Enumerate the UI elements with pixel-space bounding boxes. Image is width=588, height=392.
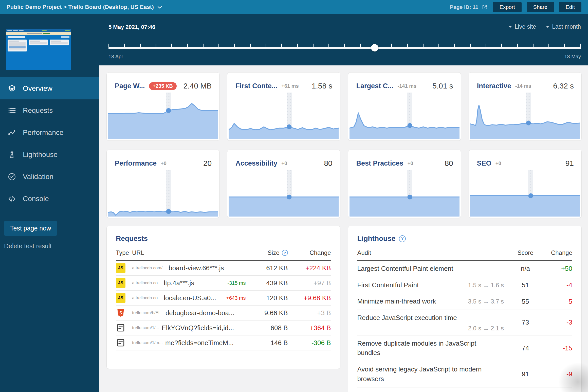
- lighthouse-audit-row[interactable]: Largest Contentful Paint element n/a +50: [357, 261, 573, 277]
- breadcrumb-text: Public Demo Project > Trello Board (Desk…: [7, 4, 154, 10]
- sidebar-item-overview[interactable]: Overview: [0, 77, 99, 99]
- thumbnail-list: [8, 40, 27, 51]
- card-title: SEO: [477, 159, 491, 167]
- card-title: Largest C...: [356, 82, 394, 90]
- sidebar-item-validation[interactable]: Validation: [0, 166, 99, 188]
- lighthouse-audit-row[interactable]: Remove duplicate modules in JavaScript b…: [357, 335, 573, 361]
- page-id-label: Page ID: 11: [450, 4, 478, 10]
- test-page-now-button[interactable]: Test page now: [4, 221, 57, 236]
- card-title: Performance: [115, 159, 157, 167]
- timing-change: -315 ms: [227, 280, 250, 286]
- sidebar-nav: Overview Requests Performance Lighthouse…: [0, 77, 99, 210]
- request-row[interactable]: 5 trello.com/b/El... debugbear-demo-boa.…: [116, 306, 331, 320]
- change-column-header: Change: [542, 249, 572, 256]
- sidebar-item-label: Console: [23, 195, 49, 203]
- timeline-track[interactable]: [108, 44, 581, 52]
- card-value: 2.40 MB: [183, 82, 212, 90]
- lighthouse-audit-row[interactable]: First Contentful Paint 1.5 s → 1.6 s 51 …: [357, 277, 573, 294]
- chevron-down-icon: [546, 26, 549, 28]
- card-delta: -14 ms: [515, 83, 531, 89]
- change-column-header: Change: [288, 249, 331, 256]
- metric-change-detail: 1.5 s → 1.6 s: [468, 282, 504, 289]
- card-value: 5.01 s: [432, 82, 453, 90]
- sparkline-chart: [108, 97, 218, 139]
- timeline-handle[interactable]: [371, 44, 378, 51]
- score-column-header: Score: [509, 249, 542, 256]
- card-value: 1.58 s: [312, 82, 333, 90]
- live-site-label: Live site: [515, 23, 536, 30]
- timeline-ticks: [108, 44, 581, 47]
- requests-title: Requests: [116, 235, 148, 243]
- card-delta: -141 ms: [398, 83, 417, 89]
- code-icon: [8, 194, 16, 203]
- share-button[interactable]: Share: [527, 2, 554, 12]
- lighthouse-audit-row[interactable]: Minimize main-thread work 3.5 s → 3.7 s …: [357, 293, 573, 310]
- breadcrumb[interactable]: Public Demo Project > Trello Board (Desk…: [7, 4, 162, 10]
- request-row[interactable]: trello.com/1/m... me?fields=oneTimeM... …: [116, 335, 331, 350]
- selected-run-dot: [528, 193, 533, 198]
- requests-table-header: Type URL Size ? Change: [116, 249, 331, 261]
- help-icon[interactable]: ?: [282, 250, 288, 256]
- selected-run-dot: [526, 121, 531, 126]
- card-value: 6.32 s: [553, 82, 574, 90]
- selected-run-dot: [287, 194, 292, 199]
- sidebar-item-label: Validation: [23, 173, 53, 181]
- sidebar-item-label: Performance: [23, 129, 63, 137]
- main-content: Page W... +235 KB 2.40 MB First Conte...…: [99, 65, 588, 392]
- requests-panel: Requests Type URL Size ? Change JS a.tre…: [106, 226, 340, 369]
- sidebar-item-console[interactable]: Console: [0, 188, 99, 210]
- sidebar-item-label: Overview: [23, 84, 52, 93]
- metric-card-performance-score[interactable]: Performance +0 20: [106, 150, 219, 218]
- sparkline-chart: [470, 174, 580, 217]
- request-row[interactable]: JS a.trellocdn.com/... board-view.66***.…: [116, 261, 331, 276]
- metric-card-best-practices-score[interactable]: Best Practices +0 80: [348, 150, 461, 218]
- sidebar-item-requests[interactable]: Requests: [0, 99, 99, 121]
- metric-cards: Page W... +235 KB 2.40 MB First Conte...…: [106, 72, 582, 218]
- timing-change: +643 ms: [226, 295, 250, 301]
- metric-card-page-weight[interactable]: Page W... +235 KB 2.40 MB: [106, 72, 219, 141]
- javascript-file-icon: JS: [116, 278, 132, 288]
- thumbnail-list: [29, 40, 48, 45]
- edit-button[interactable]: Edit: [559, 2, 581, 12]
- export-button[interactable]: Export: [493, 2, 522, 12]
- card-title: First Conte...: [235, 82, 277, 90]
- javascript-file-icon: JS: [116, 293, 132, 303]
- chevron-down-icon: [508, 26, 512, 28]
- metric-card-seo-score[interactable]: SEO +0 91: [469, 150, 582, 218]
- lighthouse-audit-row[interactable]: Reduce JavaScript execution time 2.0 s →…: [357, 310, 573, 335]
- metric-change-detail: 2.0 s → 2.1 s: [468, 325, 504, 332]
- request-row[interactable]: trello.com/1/... ElkYGVnQ?fields=id,id..…: [116, 320, 331, 335]
- metric-card-largest-contentful-paint[interactable]: Largest C... -141 ms 5.01 s: [348, 72, 461, 141]
- selected-run-dot: [408, 194, 412, 199]
- document-file-icon: [116, 338, 132, 348]
- card-delta: +61 ms: [281, 83, 299, 89]
- sparkline-chart: [229, 97, 339, 139]
- external-link-icon[interactable]: [481, 4, 488, 10]
- sidebar-item-performance[interactable]: Performance: [0, 121, 99, 144]
- sidebar-item-label: Requests: [23, 106, 53, 115]
- page-screenshot-thumbnail[interactable]: [6, 29, 71, 70]
- audit-column-header: Audit: [357, 249, 509, 256]
- sparkline-chart: [470, 97, 580, 139]
- card-delta: +0: [161, 161, 167, 166]
- metric-card-first-contentful-paint[interactable]: First Conte... +61 ms 1.58 s: [227, 72, 340, 141]
- help-icon[interactable]: ?: [399, 235, 406, 242]
- delete-test-result-link[interactable]: Delete test result: [4, 242, 99, 250]
- timeline-end-date: 18 May: [564, 54, 581, 60]
- card-value: 80: [324, 159, 332, 168]
- metric-card-interactive[interactable]: Interactive -14 ms 6.32 s: [469, 72, 582, 141]
- live-site-dropdown[interactable]: Live site: [508, 23, 536, 30]
- last-month-dropdown[interactable]: Last month: [546, 23, 581, 30]
- check-circle-icon: [8, 172, 16, 181]
- request-row[interactable]: JS a.trellocdn.co... ltp.4a***.js -315 m…: [116, 276, 331, 291]
- thumbnail-board: [6, 35, 71, 70]
- metric-card-accessibility-score[interactable]: Accessibility +0 80: [227, 150, 340, 218]
- lighthouse-audit-row[interactable]: Avoid serving legacy JavaScript to moder…: [357, 361, 573, 387]
- card-title: Best Practices: [356, 159, 403, 167]
- sparkline-chart: [229, 174, 339, 217]
- lighthouse-title: Lighthouse: [357, 235, 396, 243]
- sidebar-item-lighthouse[interactable]: Lighthouse: [0, 144, 99, 166]
- thumbnail-banner: [6, 32, 71, 35]
- card-title: Accessibility: [235, 159, 277, 167]
- request-row[interactable]: JS a.trellocdn.co... locale.en-US.a0... …: [116, 291, 331, 306]
